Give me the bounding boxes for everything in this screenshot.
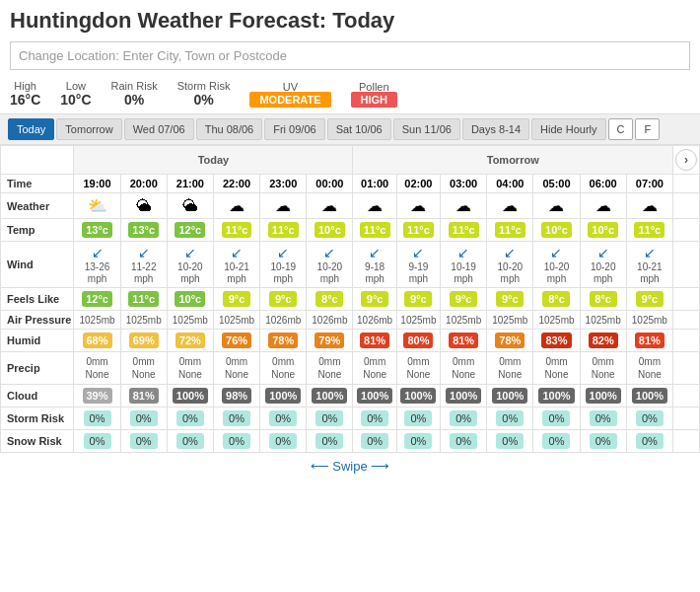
wind-arrow-icon: ↙	[535, 245, 577, 260]
tab-wed[interactable]: Wed 07/06	[124, 118, 194, 140]
wind-arrow-icon: ↙	[216, 245, 257, 260]
tab-fri[interactable]: Fri 09/06	[264, 118, 324, 140]
tab-fahrenheit[interactable]: F	[635, 118, 660, 140]
humid-9: 78%	[487, 330, 533, 352]
temp-2: 12°c	[167, 219, 213, 242]
feels-6: 9°c	[353, 288, 396, 311]
weather-icon-11: ☁	[580, 193, 626, 219]
snow-12: 0%	[626, 430, 672, 453]
cloud-row-label: Cloud	[1, 385, 74, 407]
storm-7: 0%	[396, 407, 440, 430]
pressure-4: 1026mb	[260, 311, 307, 330]
wind-arrow-icon: ↙	[76, 245, 117, 260]
weather-icon-0: ⛅	[74, 193, 120, 219]
pressure-1: 1025mb	[120, 311, 167, 330]
temp-4: 11°c	[260, 219, 307, 242]
humid-4: 78%	[260, 330, 307, 352]
feels-9: 9°c	[487, 288, 533, 311]
cloud-8: 100%	[441, 385, 487, 407]
wind-arrow-icon: ↙	[170, 245, 211, 260]
humid-3: 76%	[213, 330, 259, 352]
snow-4: 0%	[260, 430, 307, 453]
time-0100: 01:00	[353, 175, 396, 193]
weather-icon-12: ☁	[626, 193, 672, 219]
temp-6: 11°c	[353, 219, 396, 242]
wind-0: ↙13-26 mph	[74, 242, 120, 288]
storm-risk-summary: Storm Risk 0%	[177, 80, 231, 108]
cloud-10: 100%	[533, 385, 580, 407]
wind-10: ↙10-20 mph	[533, 242, 580, 288]
wind-7: ↙9-19 mph	[396, 242, 440, 288]
feels-12: 9°c	[626, 288, 672, 311]
temp-3: 11°c	[213, 219, 259, 242]
temp-10: 10°c	[533, 219, 580, 242]
precip-2: 0mmNone	[167, 352, 213, 385]
tab-sun[interactable]: Sun 11/06	[393, 118, 460, 140]
summary-bar: High 16°C Low 10°C Rain Risk 0% Storm Ri…	[0, 76, 700, 113]
uv-badge-container: UV MODERATE	[249, 81, 330, 107]
snow-6: 0%	[353, 430, 396, 453]
humid-10: 83%	[533, 330, 580, 352]
wind-9: ↙10-20 mph	[487, 242, 533, 288]
storm-11: 0%	[580, 407, 626, 430]
wind-arrow-icon: ↙	[123, 245, 165, 260]
precip-row-label: Precip	[1, 352, 74, 385]
tab-thu[interactable]: Thu 08/06	[196, 118, 263, 140]
next-button[interactable]: ›	[675, 149, 697, 171]
wind-8: ↙10-19 mph	[441, 242, 487, 288]
snow-row-label: Snow Risk	[1, 430, 74, 453]
storm-6: 0%	[353, 407, 396, 430]
wind-3: ↙10-21 mph	[213, 242, 259, 288]
feels-row-label: Feels Like	[1, 288, 74, 311]
wind-6: ↙9-18 mph	[353, 242, 396, 288]
temp-5: 10°c	[307, 219, 353, 242]
cloud-0: 39%	[74, 385, 120, 407]
wind-arrow-icon: ↙	[489, 245, 530, 260]
wind-12: ↙10-21 mph	[626, 242, 672, 288]
precip-10: 0mmNone	[533, 352, 580, 385]
snow-9: 0%	[487, 430, 533, 453]
feels-8: 9°c	[441, 288, 487, 311]
time-2300: 23:00	[260, 175, 307, 193]
time-2000: 20:00	[120, 175, 167, 193]
time-label: Time	[1, 175, 74, 193]
snow-5: 0%	[307, 430, 353, 453]
cloud-7: 100%	[396, 385, 440, 407]
wind-11: ↙10-20 mph	[580, 242, 626, 288]
storm-0: 0%	[74, 407, 120, 430]
weather-table-wrapper: Today Tomorrow › Time 19:00 20:00 21:00 …	[0, 145, 700, 453]
humid-2: 72%	[167, 330, 213, 352]
humid-1: 69%	[120, 330, 167, 352]
pressure-6: 1026mb	[353, 311, 396, 330]
snow-10: 0%	[533, 430, 580, 453]
weather-icon-4: ☁	[260, 193, 307, 219]
temp-7: 11°c	[396, 219, 440, 242]
tab-tomorrow[interactable]: Tomorrow	[56, 118, 121, 140]
tab-hide-hourly[interactable]: Hide Hourly	[531, 118, 605, 140]
storm-4: 0%	[260, 407, 307, 430]
tab-today[interactable]: Today	[8, 118, 54, 140]
humid-6: 81%	[353, 330, 396, 352]
cloud-12: 100%	[626, 385, 672, 407]
cloud-9: 100%	[487, 385, 533, 407]
tab-days8-14[interactable]: Days 8-14	[462, 118, 529, 140]
pressure-7: 1025mb	[396, 311, 440, 330]
tab-celsius[interactable]: C	[608, 118, 634, 140]
time-1900: 19:00	[74, 175, 120, 193]
storm-9: 0%	[487, 407, 533, 430]
temp-0: 13°c	[74, 219, 120, 242]
temp-8: 11°c	[441, 219, 487, 242]
temp-12: 11°c	[626, 219, 672, 242]
snow-3: 0%	[213, 430, 259, 453]
location-input-bar[interactable]: Change Location: Enter City, Town or Pos…	[10, 41, 690, 70]
weather-icon-3: ☁	[213, 193, 259, 219]
temp-11: 10°c	[580, 219, 626, 242]
cloud-4: 100%	[260, 385, 307, 407]
cloud-11: 100%	[580, 385, 626, 407]
cloud-3: 98%	[213, 385, 259, 407]
next-button-cell: ›	[673, 146, 700, 175]
wind-arrow-icon: ↙	[262, 245, 304, 260]
tab-sat[interactable]: Sat 10/06	[327, 118, 391, 140]
pollen-badge: HIGH	[351, 92, 398, 108]
cloud-1: 81%	[120, 385, 167, 407]
